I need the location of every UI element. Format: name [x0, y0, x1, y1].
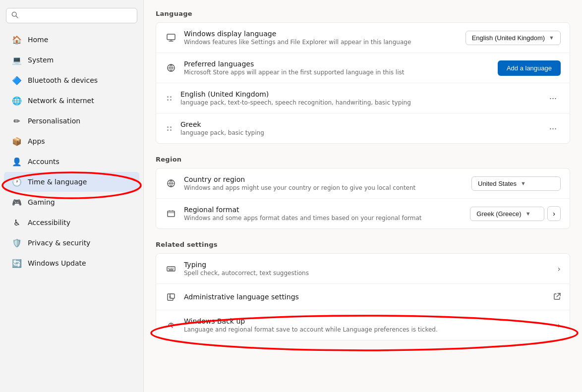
regional-format-icon — [165, 208, 177, 220]
row-windows-backup[interactable]: Windows Back upLanguage and regional for… — [156, 310, 570, 340]
system-icon: 💻 — [12, 55, 22, 65]
section-title-region: Region — [156, 146, 570, 168]
dropdown-regional-format[interactable]: Greek (Greece)▼ — [470, 207, 544, 221]
dropdown-value-regional-format: Greek (Greece) — [476, 210, 521, 218]
svg-rect-11 — [167, 267, 175, 271]
row-text-greek: Greeklanguage pack, basic typing — [180, 120, 538, 136]
sidebar-item-gaming[interactable]: 🎮Gaming — [4, 192, 139, 212]
row-typing[interactable]: TypingSpell check, autocorrect, text sug… — [156, 254, 570, 284]
search-icon — [11, 11, 18, 20]
row-desc-regional-format: Windows and some apps format dates and t… — [184, 215, 463, 222]
chevron-right-icon: › — [553, 210, 555, 218]
row-control-preferred-languages: Add a language — [498, 60, 561, 76]
row-country-region[interactable]: Country or regionWindows and apps might … — [156, 168, 570, 199]
sidebar-item-label-apps: Apps — [28, 137, 45, 145]
drag-handle-english-uk[interactable] — [165, 94, 174, 103]
row-control-typing: › — [558, 264, 561, 274]
svg-rect-3 — [167, 34, 175, 40]
sidebar-item-label-personalisation: Personalisation — [28, 117, 80, 125]
sidebar-item-label-bluetooth: Bluetooth & devices — [28, 76, 98, 84]
windows-update-icon: 🔄 — [12, 258, 22, 268]
privacy-security-icon: 🛡️ — [12, 238, 22, 248]
card-related-settings: TypingSpell check, autocorrect, text sug… — [156, 253, 570, 340]
row-desc-typing: Spell check, autocorrect, text suggestio… — [184, 270, 551, 277]
row-label-regional-format: Regional format — [184, 206, 463, 214]
sidebar-item-windows-update[interactable]: 🔄Windows Update — [4, 253, 139, 273]
sidebar: 🏠Home💻System🔷Bluetooth & devices🌐Network… — [0, 0, 144, 392]
row-label-english-uk: English (United Kingdom) — [180, 90, 538, 98]
row-label-typing: Typing — [184, 261, 551, 269]
svg-line-21 — [557, 293, 560, 297]
row-control-admin-language — [554, 293, 561, 301]
sidebar-item-label-privacy-security: Privacy & security — [28, 239, 90, 247]
dropdown-display-language[interactable]: English (United Kingdom)▼ — [466, 31, 561, 45]
sidebar-item-label-network: Network & internet — [28, 97, 94, 105]
row-regional-format[interactable]: Regional formatWindows and some apps for… — [156, 199, 570, 228]
add-language-button[interactable]: Add a language — [498, 60, 561, 76]
row-control-english-uk: ··· — [545, 91, 561, 106]
row-desc-country-region: Windows and apps might use your country … — [184, 184, 465, 191]
main-content: LanguageWindows display languageWindows … — [144, 0, 582, 392]
row-control-regional-format: Greek (Greece)▼› — [470, 206, 561, 221]
admin-language-icon — [165, 291, 177, 303]
display-language-icon — [165, 32, 177, 44]
row-english-uk[interactable]: English (United Kingdom)language pack, t… — [156, 83, 570, 113]
sidebar-item-bluetooth[interactable]: 🔷Bluetooth & devices — [4, 70, 139, 90]
sidebar-item-label-time-language: Time & language — [28, 178, 87, 186]
card-language: Windows display languageWindows features… — [156, 22, 570, 144]
accounts-icon: 👤 — [12, 157, 22, 167]
row-label-preferred-languages: Preferred languages — [184, 60, 491, 68]
row-admin-language[interactable]: Administrative language settings — [156, 284, 570, 310]
search-input[interactable] — [22, 12, 132, 19]
dropdown-value-country-region: United States — [478, 180, 517, 187]
chevron-down-icon: ▼ — [521, 180, 526, 186]
row-label-admin-language: Administrative language settings — [184, 293, 547, 301]
sidebar-item-home[interactable]: 🏠Home — [4, 30, 139, 50]
sidebar-item-system[interactable]: 💻System — [4, 50, 139, 70]
chevron-down-icon: ▼ — [525, 211, 531, 217]
sidebar-item-label-system: System — [28, 56, 54, 64]
section-title-language: Language — [156, 0, 570, 22]
sidebar-item-time-language[interactable]: 🕐Time & language — [4, 172, 139, 192]
accessibility-icon: ♿ — [12, 218, 22, 227]
more-options-button-greek[interactable]: ··· — [545, 121, 561, 136]
sidebar-item-apps[interactable]: 📦Apps — [4, 131, 139, 151]
row-label-country-region: Country or region — [184, 175, 465, 183]
sidebar-item-personalisation[interactable]: ✏️Personalisation — [4, 111, 139, 131]
row-label-greek: Greek — [180, 120, 538, 128]
row-label-windows-backup: Windows Back up — [184, 317, 551, 325]
more-options-button-english-uk[interactable]: ··· — [545, 91, 561, 106]
sidebar-item-label-accessibility: Accessibility — [28, 219, 70, 226]
bluetooth-icon: 🔷 — [12, 75, 22, 85]
row-text-display-language: Windows display languageWindows features… — [184, 30, 459, 46]
row-desc-greek: language pack, basic typing — [180, 129, 538, 136]
sidebar-item-label-accounts: Accounts — [28, 158, 59, 166]
sidebar-item-accessibility[interactable]: ♿Accessibility — [4, 213, 139, 232]
dropdown-value-display-language: English (United Kingdom) — [472, 34, 545, 42]
sidebar-item-privacy-security[interactable]: 🛡️Privacy & security — [4, 233, 139, 253]
row-desc-english-uk: language pack, text-to-speech, speech re… — [180, 99, 538, 106]
row-text-english-uk: English (United Kingdom)language pack, t… — [180, 90, 538, 106]
dropdown-country-region[interactable]: United States▼ — [471, 176, 561, 191]
chevron-down-icon: ▼ — [549, 35, 554, 41]
row-text-regional-format: Regional formatWindows and some apps for… — [184, 206, 463, 222]
row-desc-display-language: Windows features like Settings and File … — [184, 39, 459, 46]
row-text-typing: TypingSpell check, autocorrect, text sug… — [184, 261, 551, 277]
row-display-language[interactable]: Windows display languageWindows features… — [156, 23, 570, 53]
home-icon: 🏠 — [12, 35, 22, 45]
sidebar-item-accounts[interactable]: 👤Accounts — [4, 152, 139, 171]
search-box[interactable] — [6, 8, 137, 23]
country-region-icon — [165, 177, 177, 189]
row-preferred-languages[interactable]: Preferred languagesMicrosoft Store apps … — [156, 53, 570, 83]
row-greek[interactable]: Greeklanguage pack, basic typing··· — [156, 113, 570, 143]
expand-button-regional-format[interactable]: › — [547, 206, 561, 221]
gaming-icon: 🎮 — [12, 197, 22, 207]
drag-handle-greek[interactable] — [165, 124, 174, 133]
svg-line-1 — [16, 16, 18, 18]
sidebar-item-network[interactable]: 🌐Network & internet — [4, 91, 139, 111]
external-link-icon — [554, 293, 561, 301]
row-text-admin-language: Administrative language settings — [184, 293, 547, 301]
sidebar-item-label-gaming: Gaming — [28, 198, 55, 206]
section-title-related-settings: Related settings — [156, 231, 570, 253]
row-control-windows-backup: › — [558, 321, 561, 330]
